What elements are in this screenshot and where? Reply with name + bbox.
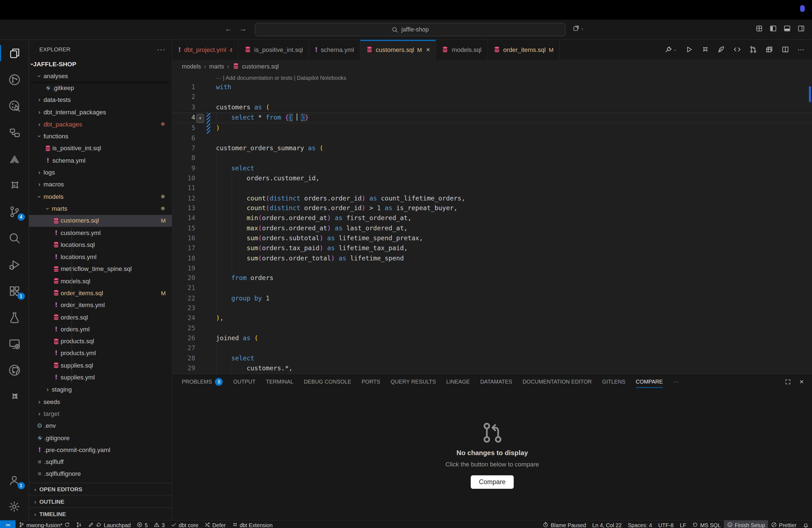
status-spaces-4[interactable]: Spaces: 4 bbox=[625, 520, 655, 528]
sidebar-section-open-editors[interactable]: ›OPEN EDITORS bbox=[29, 483, 172, 495]
tree-item-staging[interactable]: ›staging bbox=[29, 384, 172, 396]
code-line-12[interactable]: 12 count(distinct orders.order_id) as co… bbox=[172, 193, 812, 203]
breadcrumb-item[interactable]: marts bbox=[209, 63, 224, 70]
files-activity-item[interactable] bbox=[0, 40, 29, 66]
code-line-22[interactable]: 22 group by 1 bbox=[172, 294, 812, 304]
sidebar-section-timeline[interactable]: ›TIMELINE bbox=[29, 508, 172, 520]
code-line-7[interactable]: 7customer_orders_summary as ( bbox=[172, 143, 812, 153]
tree-item--sqlfluffignore[interactable]: ≡.sqlfluffignore bbox=[29, 468, 172, 480]
open-remote-window-icon[interactable]: ⌄ bbox=[573, 25, 584, 31]
tab-models-sql[interactable]: models.sql bbox=[436, 40, 488, 59]
status-mwong-fusion-[interactable]: mwong-fusion* bbox=[15, 520, 73, 528]
layout-grid-icon[interactable] bbox=[756, 25, 763, 32]
panel-tab-debug-console[interactable]: DEBUG CONSOLE bbox=[304, 374, 351, 390]
status-defer[interactable]: Defer bbox=[201, 520, 229, 528]
tree-item--sqlfluff[interactable]: ≡.sqlfluff bbox=[29, 456, 172, 468]
status-dbt-core[interactable]: dbt core bbox=[168, 520, 202, 528]
code-line-27[interactable]: 27 bbox=[172, 343, 812, 353]
more-icon[interactable]: ⋯ bbox=[798, 46, 805, 54]
code-line-16[interactable]: 16 sum(orders.subtotal) as lifetime_spen… bbox=[172, 233, 812, 243]
extensions-activity-item[interactable]: 1 bbox=[0, 278, 29, 304]
code-line-19[interactable]: 19 bbox=[172, 263, 812, 274]
panel-tab-terminal[interactable]: TERMINAL bbox=[266, 374, 294, 390]
tab-order-items-sql[interactable]: order_items.sqlM bbox=[488, 40, 560, 59]
status-lf[interactable]: LF bbox=[677, 520, 689, 528]
tree-item-is-positive-int-sql[interactable]: is_positive_int.sql bbox=[29, 142, 172, 155]
tab-dbt-project-yml[interactable]: !dbt_project.yml4 bbox=[172, 40, 238, 59]
tab-schema-yml[interactable]: !schema.yml bbox=[309, 40, 360, 59]
status-graph-icon[interactable] bbox=[73, 520, 85, 528]
code-line-23[interactable]: 23 bbox=[172, 304, 812, 313]
status-bell-icon[interactable] bbox=[800, 520, 812, 528]
tree-item-orders-yml[interactable]: !orders.yml bbox=[29, 323, 172, 335]
tree-root-jaffle-shop[interactable]: › JAFFLE-SHOP bbox=[29, 58, 172, 70]
split-editor-icon[interactable] bbox=[781, 46, 789, 54]
schema-boxes-activity-item[interactable] bbox=[0, 119, 29, 146]
panel-tab-lineage[interactable]: LINEAGE bbox=[446, 374, 470, 390]
status-finish-setup[interactable]: Finish Setup bbox=[724, 520, 768, 528]
dbt-star-small-icon[interactable] bbox=[701, 46, 709, 54]
panel-tab-datamates[interactable]: DATAMATES bbox=[480, 374, 512, 390]
explorer-more-button[interactable]: ··· bbox=[157, 45, 166, 53]
git-compare-icon[interactable] bbox=[749, 46, 757, 54]
panel-left-icon[interactable] bbox=[769, 25, 777, 32]
breadcrumb-file[interactable]: customers.sql bbox=[242, 63, 279, 70]
search-activity-item[interactable] bbox=[0, 225, 29, 251]
tree-item-locations-sql[interactable]: locations.sql bbox=[29, 239, 172, 251]
tree-item-marts[interactable]: ›marts bbox=[29, 203, 172, 215]
tree-item-data-tests[interactable]: ›data-tests bbox=[29, 94, 172, 106]
code-line-21[interactable]: 21 bbox=[172, 283, 812, 294]
account-activity-item[interactable]: 1 bbox=[0, 467, 29, 494]
code-line-28[interactable]: 28 select bbox=[172, 353, 812, 363]
close-panel-icon[interactable]: × bbox=[800, 378, 804, 386]
close-icon[interactable]: × bbox=[426, 46, 430, 54]
code-line-20[interactable]: 20 from orders bbox=[172, 274, 812, 283]
code-line-6[interactable]: 6 bbox=[172, 133, 812, 143]
table-copy-icon[interactable] bbox=[765, 46, 773, 54]
code-line-17[interactable]: 17 sum(orders.tax_paid) as lifetime_tax_… bbox=[172, 244, 812, 253]
tree-item-customers-sql[interactable]: customers.sqlM bbox=[29, 215, 172, 227]
tree-item-customers-yml[interactable]: !customers.yml bbox=[29, 227, 172, 239]
code-line-2[interactable]: 2 bbox=[172, 92, 812, 102]
tree-item-functions[interactable]: ›functions bbox=[29, 130, 172, 143]
codelens-actions[interactable]: ··· | Add documentation or tests | Datap… bbox=[172, 73, 812, 82]
sidebar-section-outline[interactable]: ›OUTLINE bbox=[29, 495, 172, 508]
forward-button[interactable]: → bbox=[238, 24, 248, 33]
panel-bottom-icon[interactable] bbox=[784, 25, 791, 32]
code-line-11[interactable]: 11 bbox=[172, 184, 812, 193]
tree-item-seeds[interactable]: ›seeds bbox=[29, 396, 172, 408]
back-button[interactable]: ← bbox=[223, 24, 234, 33]
panel-tab--[interactable]: ··· bbox=[673, 374, 679, 390]
code-line-1[interactable]: 1with bbox=[172, 82, 812, 92]
panel-tab-problems[interactable]: PROBLEMS8 bbox=[182, 374, 223, 390]
code-line-25[interactable]: 25 bbox=[172, 323, 812, 333]
status-3[interactable]: 3 bbox=[151, 520, 168, 528]
code-line-8[interactable]: 8 bbox=[172, 153, 812, 163]
remote-explorer-activity-item[interactable] bbox=[0, 330, 29, 357]
status-blame-paused[interactable]: Blame Paused bbox=[540, 520, 590, 528]
status-launchpad[interactable]: Launchpad bbox=[85, 520, 134, 528]
dbt-graph-search-activity-item[interactable] bbox=[0, 93, 29, 119]
tab-is-positive-int-sql[interactable]: is_positive_int.sql bbox=[238, 40, 309, 59]
quill-icon[interactable] bbox=[717, 46, 725, 54]
run-icon[interactable] bbox=[685, 46, 693, 54]
triangle-logo-activity-item[interactable] bbox=[0, 146, 29, 172]
tree-item-models-sql[interactable]: models.sql bbox=[29, 275, 172, 287]
code-line-24[interactable]: 24), bbox=[172, 313, 812, 323]
code-line-29[interactable]: 29 customers.*, bbox=[172, 363, 812, 373]
tree-item-metricflow-time-spine-sql[interactable]: metricflow_time_spine.sql bbox=[29, 263, 172, 275]
tree-item-models[interactable]: ›models bbox=[29, 191, 172, 203]
tree-item--env[interactable]: ⚙.env bbox=[29, 420, 172, 432]
panel-tab-output[interactable]: OUTPUT bbox=[233, 374, 256, 390]
panel-right-icon[interactable] bbox=[798, 25, 805, 32]
source-control-activity-item[interactable]: 4 bbox=[0, 198, 29, 225]
tree-item-products-yml[interactable]: !products.yml bbox=[29, 348, 172, 360]
code-line-26[interactable]: 26joined as ( bbox=[172, 334, 812, 343]
tree-item-macros[interactable]: ›macros bbox=[29, 178, 172, 191]
tree-item-supplies-yml[interactable]: !supplies.yml bbox=[29, 371, 172, 384]
dbt-star-filled-activity-item[interactable] bbox=[0, 383, 29, 410]
tree-item-dbt-packages[interactable]: ›dbt_packages bbox=[29, 118, 172, 130]
maximize-panel-icon[interactable] bbox=[784, 378, 791, 385]
panel-tab-compare[interactable]: COMPARE bbox=[636, 374, 663, 390]
status-ms-sql[interactable]: MS SQL bbox=[690, 520, 724, 528]
